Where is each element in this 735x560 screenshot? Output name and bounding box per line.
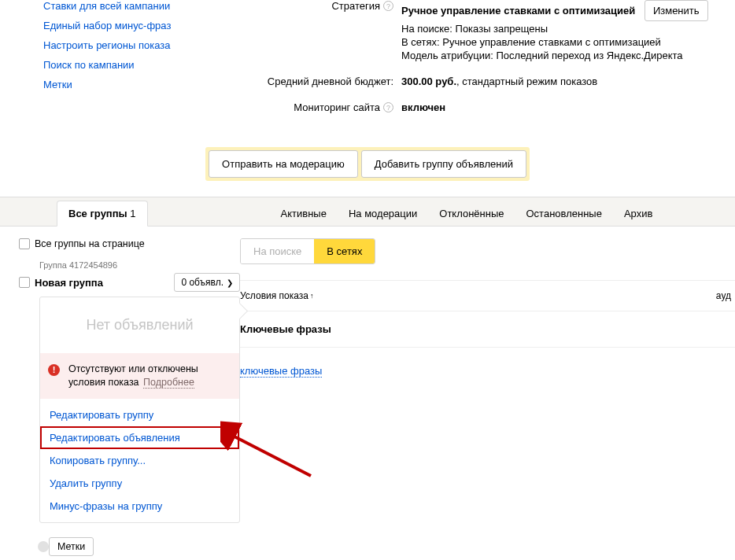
- group-checkbox[interactable]: [19, 277, 30, 288]
- budget-value: 300.00 руб.: [401, 76, 456, 87]
- delete-group-link[interactable]: Удалить группу: [40, 472, 239, 495]
- help-icon[interactable]: ?: [383, 102, 393, 112]
- sidebar-bids[interactable]: Ставки для всей кампании: [43, 0, 170, 12]
- add-group-button[interactable]: Добавить группу объявлений: [361, 150, 526, 178]
- sidebar-negative-keywords[interactable]: Единый набор минус-фраз: [43, 20, 171, 31]
- strategy-label: Стратегия: [331, 0, 380, 12]
- tab-moderation[interactable]: На модерации: [338, 201, 428, 226]
- no-ads-placeholder: Нет объявлений: [40, 297, 239, 353]
- chevron-right-icon: ❯: [227, 278, 233, 287]
- monitoring-value: включен: [401, 101, 445, 113]
- sidebar-search[interactable]: Поиск по кампании: [43, 59, 135, 71]
- budget-label: Средний дневной бюджет:: [268, 76, 393, 87]
- edit-ads-link[interactable]: Редактировать объявления: [40, 426, 239, 449]
- group-id: Группа 4172454896: [39, 260, 240, 270]
- group-card: Нет объявлений ! Отсутствуют или отключе…: [39, 297, 240, 523]
- help-icon[interactable]: ?: [383, 1, 393, 11]
- strategy-value: Ручное управление ставками с оптимизацие…: [401, 5, 635, 17]
- strategy-sub-networks: В сетях: Ручное управление ставками с оп…: [401, 36, 735, 48]
- strategy-sub-attribution: Модель атрибуции: Последний переход из Я…: [401, 50, 735, 61]
- budget-mode: , стандартный режим показов: [456, 76, 597, 87]
- group-actions-menu: Редактировать группу Редактировать объяв…: [40, 399, 239, 522]
- keywords-link[interactable]: ключевые фразы: [240, 365, 322, 378]
- filter-search[interactable]: На поиске: [241, 239, 314, 263]
- send-moderation-button[interactable]: Отправить на модерацию: [209, 150, 358, 178]
- group-name: Новая группа: [35, 277, 169, 289]
- conditions-title[interactable]: Условия показа: [240, 290, 308, 301]
- ads-count-badge[interactable]: 0 объявл.❯: [174, 273, 240, 292]
- tags-button[interactable]: Метки: [36, 537, 94, 556]
- strategy-sub-search: На поиске: Показы запрещены: [401, 23, 735, 35]
- minus-phrases-link[interactable]: Минус-фразы на группу: [40, 495, 239, 518]
- tab-rejected[interactable]: Отклонённые: [428, 201, 515, 226]
- all-groups-label: Все группы на странице: [35, 238, 145, 249]
- conditions-header: Условия показа↑ ауд: [240, 280, 735, 311]
- sidebar-tags[interactable]: Метки: [43, 79, 72, 90]
- sidebar-regions[interactable]: Настроить регионы показа: [43, 39, 170, 51]
- audience-column: ауд: [716, 290, 735, 301]
- groups-tabbar: Все группы 1 Активные На модерации Откло…: [0, 197, 735, 227]
- tab-all-groups[interactable]: Все группы 1: [57, 201, 148, 227]
- action-bar: Отправить на модерацию Добавить группу о…: [0, 147, 735, 181]
- copy-group-link[interactable]: Копировать группу...: [40, 449, 239, 472]
- tab-active[interactable]: Активные: [270, 201, 338, 226]
- all-groups-checkbox[interactable]: [19, 238, 30, 249]
- tab-stopped[interactable]: Остановленные: [515, 201, 613, 226]
- edit-group-link[interactable]: Редактировать группу: [40, 403, 239, 426]
- tab-archive[interactable]: Архив: [613, 201, 663, 226]
- filter-networks[interactable]: В сетях: [314, 239, 375, 263]
- monitoring-label: Мониторинг сайта: [294, 101, 380, 113]
- warning-more-link[interactable]: Подробнее: [143, 377, 194, 389]
- campaign-sidebar: Ставки для всей кампании Единый набор ми…: [43, 0, 264, 127]
- tag-icon: [38, 541, 49, 552]
- alert-icon: !: [48, 364, 60, 376]
- sort-asc-icon: ↑: [310, 292, 314, 300]
- warning-box: ! Отсутствуют или отключены условия пока…: [40, 353, 239, 399]
- campaign-params: Стратегия ? Ручное управление ставками с…: [264, 0, 735, 127]
- placement-filter: На поиске В сетях: [240, 238, 375, 264]
- keywords-heading: Ключевые фразы: [240, 311, 735, 348]
- change-strategy-button[interactable]: Изменить: [645, 0, 708, 21]
